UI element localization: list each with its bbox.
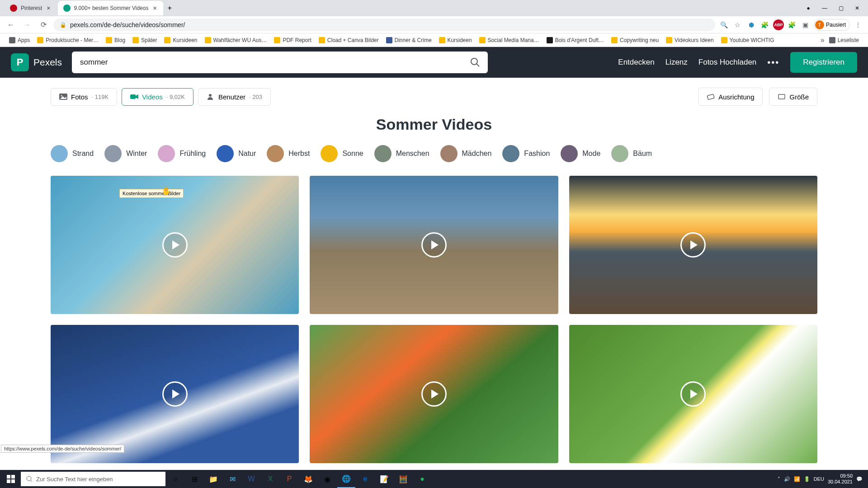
- puzzle-icon[interactable]: 🧩: [787, 19, 797, 30]
- svg-point-3: [61, 95, 62, 97]
- spotify-icon[interactable]: ●: [413, 470, 431, 488]
- explorer-icon[interactable]: 📁: [204, 470, 222, 488]
- url-field[interactable]: 🔒 pexels.com/de-de/suche/videos/sommer/: [53, 19, 715, 31]
- close-tab-icon[interactable]: ×: [46, 4, 51, 13]
- tray-volume-icon[interactable]: 🔊: [784, 476, 790, 482]
- tray-clock[interactable]: 09:50 30.04.2021: [828, 473, 853, 485]
- tab-photos[interactable]: Fotos · 119K: [51, 88, 117, 106]
- play-icon: [162, 232, 188, 258]
- bookmark[interactable]: Videokurs Ideen: [663, 35, 717, 45]
- excel-icon[interactable]: X: [261, 470, 279, 488]
- close-window-icon[interactable]: ✕: [851, 2, 863, 14]
- logo[interactable]: P Pexels: [11, 53, 62, 71]
- tab-pexels[interactable]: 9.000+ besten Sommer Videos ×: [58, 1, 163, 15]
- bookmark[interactable]: Kursideen: [436, 35, 475, 45]
- task-view-icon[interactable]: ⊞: [185, 470, 203, 488]
- tag-chip[interactable]: Winter: [104, 145, 147, 162]
- tag-chip[interactable]: Sonne: [321, 145, 363, 162]
- powerpoint-icon[interactable]: P: [280, 470, 298, 488]
- reading-list-icon[interactable]: ▣: [800, 19, 811, 30]
- bookmark[interactable]: Youtube WICHTIG: [718, 35, 777, 45]
- bookmark[interactable]: Social Media Mana…: [476, 35, 542, 45]
- chrome-icon[interactable]: 🌐: [337, 470, 355, 488]
- tab-users[interactable]: Benutzer · 203: [198, 88, 271, 106]
- nav-explore[interactable]: Entdecken: [618, 58, 654, 67]
- maximize-icon[interactable]: ▢: [835, 2, 847, 14]
- tag-label: Herbst: [288, 150, 310, 158]
- tab-videos[interactable]: Videos · 9,02K: [122, 88, 193, 106]
- bookmark[interactable]: Cload + Canva Bilder: [316, 35, 382, 45]
- forward-button[interactable]: →: [21, 19, 33, 31]
- bookmark[interactable]: Kursideen: [161, 35, 200, 45]
- minimize-icon[interactable]: —: [818, 2, 831, 14]
- filter-label: Ausrichtung: [718, 93, 754, 101]
- tag-chip[interactable]: Bäum: [611, 145, 652, 162]
- menu-icon[interactable]: ⋮: [853, 19, 863, 30]
- new-tab-button[interactable]: +: [164, 2, 175, 14]
- word-icon[interactable]: W: [242, 470, 260, 488]
- bookmark[interactable]: Wahlfächer WU Aus…: [202, 35, 270, 45]
- back-button[interactable]: ←: [5, 19, 17, 31]
- extension-icon[interactable]: 🧩: [760, 19, 770, 30]
- extension-icon[interactable]: ⬢: [746, 19, 757, 30]
- cortana-icon[interactable]: ○: [166, 470, 184, 488]
- notifications-icon[interactable]: 💬: [856, 476, 863, 482]
- tag-chip[interactable]: Menschen: [374, 145, 429, 162]
- zoom-icon[interactable]: 🔍: [719, 19, 730, 30]
- register-button[interactable]: Registrieren: [790, 52, 857, 73]
- tray-lang[interactable]: DEU: [814, 476, 824, 482]
- taskbar-search[interactable]: Zur Suche Text hier eingeben: [21, 472, 165, 486]
- bookmark[interactable]: Produktsuche - Mer…: [34, 35, 101, 45]
- tag-chip[interactable]: Herbst: [267, 145, 310, 162]
- tag-chip[interactable]: Frühling: [158, 145, 206, 162]
- abp-icon[interactable]: ABP: [773, 19, 784, 30]
- search-input[interactable]: [80, 58, 466, 67]
- bookmark-apps[interactable]: Apps: [6, 35, 33, 45]
- bookmark[interactable]: Copywriting neu: [609, 35, 661, 45]
- more-menu-icon[interactable]: •••: [767, 57, 779, 68]
- tag-chip[interactable]: Mode: [561, 145, 600, 162]
- notepad-icon[interactable]: 📝: [375, 470, 393, 488]
- bookmark[interactable]: Bois d'Argent Duft…: [544, 35, 607, 45]
- tag-chip[interactable]: Strand: [51, 145, 94, 162]
- folder-icon: [132, 37, 139, 43]
- start-button[interactable]: [2, 470, 20, 488]
- firefox-icon[interactable]: 🦊: [299, 470, 317, 488]
- bookmark[interactable]: Später: [130, 35, 160, 45]
- video-tile[interactable]: [569, 325, 817, 463]
- tray-battery-icon[interactable]: 🔋: [804, 476, 810, 482]
- profile-indicator-icon[interactable]: ●: [802, 2, 815, 14]
- tab-pinterest[interactable]: Pinterest ×: [5, 1, 57, 15]
- nav-license[interactable]: Lizenz: [665, 58, 688, 67]
- search-button[interactable]: [466, 53, 484, 71]
- nav-upload[interactable]: Fotos Hochladen: [698, 58, 757, 67]
- edge-icon[interactable]: e: [356, 470, 374, 488]
- play-overlay: [310, 325, 558, 463]
- video-tile[interactable]: [569, 176, 817, 314]
- size-filter[interactable]: Größe: [769, 88, 817, 106]
- video-tile[interactable]: [51, 325, 299, 463]
- logo-text: Pexels: [33, 57, 62, 68]
- orientation-filter[interactable]: Ausrichtung: [698, 88, 763, 106]
- tag-chip[interactable]: Fashion: [502, 145, 550, 162]
- tray-chevron-icon[interactable]: ˄: [778, 476, 780, 482]
- bookmark[interactable]: PDF Report: [271, 35, 314, 45]
- tag-chip[interactable]: Natur: [217, 145, 256, 162]
- video-tile[interactable]: [310, 176, 558, 314]
- reading-list-button[interactable]: Leseliste: [826, 35, 862, 45]
- tray-wifi-icon[interactable]: 📶: [794, 476, 800, 482]
- tag-chip[interactable]: Mädchen: [440, 145, 492, 162]
- calculator-icon[interactable]: 🧮: [394, 470, 412, 488]
- bookmarks-overflow[interactable]: »: [821, 36, 825, 44]
- obs-icon[interactable]: ◉: [318, 470, 336, 488]
- star-icon[interactable]: ☆: [732, 19, 743, 30]
- video-tile[interactable]: [310, 325, 558, 463]
- reload-button[interactable]: ⟳: [37, 19, 50, 31]
- bookmark[interactable]: Dinner & Crime: [383, 35, 434, 45]
- bookmark[interactable]: Blog: [103, 35, 128, 45]
- play-icon: [162, 381, 188, 407]
- close-tab-icon[interactable]: ×: [152, 4, 157, 13]
- page-title: Sommer Videos: [0, 116, 868, 133]
- mail-icon[interactable]: ✉: [223, 470, 241, 488]
- profile-badge[interactable]: T Pausiert: [814, 19, 850, 31]
